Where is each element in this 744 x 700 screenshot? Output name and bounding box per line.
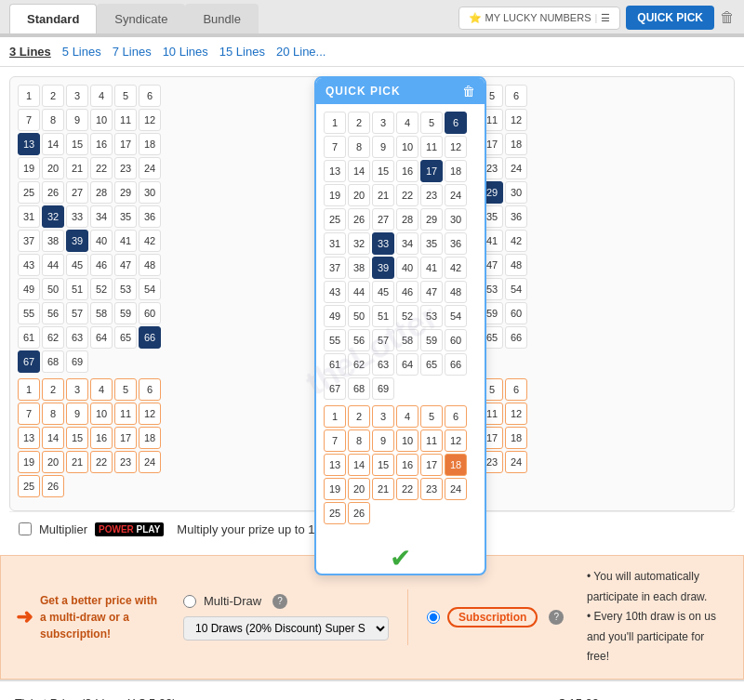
qp-num-cell[interactable]: 28 (396, 208, 418, 231)
bonus-cell[interactable]: 18 (505, 427, 527, 449)
qp-bonus-cell[interactable]: 16 (396, 454, 418, 476)
qp-bonus-cell[interactable]: 17 (420, 454, 443, 476)
qp-bonus-cell[interactable]: 7 (324, 429, 346, 452)
qp-bonus-cell[interactable]: 8 (348, 429, 370, 452)
qp-num-cell[interactable]: 27 (372, 208, 394, 231)
num-cell[interactable]: 66 (505, 326, 527, 349)
num-cell[interactable]: 16 (90, 133, 113, 155)
tab-syndicate[interactable]: Syndicate (97, 4, 185, 33)
multi-draw-help-icon[interactable]: ? (272, 594, 287, 609)
num-cell[interactable]: 2 (42, 85, 64, 107)
num-cell[interactable]: 57 (66, 302, 88, 324)
num-cell[interactable]: 45 (66, 254, 88, 276)
qp-num-cell[interactable]: 41 (420, 257, 443, 279)
bonus-cell[interactable]: 4 (90, 378, 113, 401)
num-cell[interactable]: 5 (114, 85, 137, 107)
num-cell[interactable]: 8 (42, 109, 64, 131)
bonus-cell[interactable]: 2 (42, 378, 64, 401)
bonus-cell[interactable]: 24 (139, 451, 161, 473)
qp-bonus-cell[interactable]: 11 (420, 429, 443, 452)
num-cell[interactable]: 52 (90, 278, 113, 300)
num-cell[interactable]: 68 (42, 350, 64, 373)
qp-num-cell[interactable]: 62 (348, 353, 370, 376)
tab-standard[interactable]: Standard (9, 4, 97, 33)
qp-num-cell[interactable]: 37 (324, 257, 346, 279)
num-cell[interactable]: 31 (18, 205, 40, 228)
num-cell[interactable]: 49 (18, 278, 40, 300)
bonus-cell[interactable]: 19 (18, 451, 40, 473)
qp-bonus-cell[interactable]: 23 (420, 478, 443, 500)
num-cell[interactable]: 53 (114, 278, 137, 300)
line-7[interactable]: 7 Lines (113, 45, 152, 59)
multi-draw-radio[interactable] (183, 595, 196, 608)
num-cell[interactable]: 30 (139, 181, 161, 204)
qp-bonus-cell[interactable]: 6 (445, 405, 467, 428)
num-cell[interactable]: 51 (66, 278, 88, 300)
qp-num-cell[interactable]: 53 (420, 305, 443, 327)
num-cell[interactable]: 67 (18, 350, 40, 373)
num-cell[interactable]: 65 (114, 326, 137, 349)
qp-num-cell[interactable]: 19 (324, 184, 346, 206)
qp-num-cell[interactable]: 67 (324, 377, 346, 400)
num-cell[interactable]: 23 (114, 157, 137, 179)
qp-num-cell[interactable]: 2 (348, 112, 370, 134)
qp-num-cell[interactable]: 11 (420, 136, 443, 158)
num-cell[interactable]: 36 (139, 205, 161, 228)
bonus-cell[interactable]: 5 (114, 378, 137, 401)
subscription-help-icon[interactable]: ? (549, 610, 564, 625)
qp-num-cell[interactable]: 54 (445, 305, 467, 327)
qp-num-cell[interactable]: 68 (348, 377, 370, 400)
num-cell[interactable]: 1 (18, 85, 40, 107)
qp-bonus-cell[interactable]: 26 (348, 502, 370, 524)
num-cell[interactable]: 30 (505, 181, 527, 204)
qp-num-cell[interactable]: 50 (348, 305, 370, 327)
bonus-cell[interactable]: 8 (42, 403, 64, 425)
bonus-cell[interactable]: 12 (505, 403, 527, 425)
tab-bundle[interactable]: Bundle (185, 4, 258, 33)
qp-num-cell[interactable]: 63 (372, 353, 394, 376)
num-cell[interactable]: 24 (139, 157, 161, 179)
bonus-cell[interactable]: 12 (139, 403, 161, 425)
bonus-cell[interactable]: 24 (505, 451, 527, 473)
qp-num-cell[interactable]: 5 (420, 112, 443, 134)
num-cell[interactable]: 60 (139, 302, 161, 324)
bonus-cell[interactable]: 26 (42, 475, 64, 497)
num-cell[interactable]: 54 (139, 278, 161, 300)
qp-trash-button[interactable]: 🗑 (462, 84, 475, 99)
qp-num-cell[interactable]: 44 (348, 281, 370, 303)
num-cell[interactable]: 18 (139, 133, 161, 155)
num-cell[interactable]: 14 (42, 133, 64, 155)
qp-num-cell[interactable]: 32 (348, 232, 370, 255)
qp-num-cell[interactable]: 56 (348, 329, 370, 351)
bonus-cell[interactable]: 20 (42, 451, 64, 473)
qp-num-cell[interactable]: 55 (324, 329, 346, 351)
line-15[interactable]: 15 Lines (219, 45, 265, 59)
qp-num-cell[interactable]: 66 (445, 353, 467, 376)
num-cell[interactable]: 10 (90, 109, 113, 131)
num-cell[interactable]: 29 (114, 181, 137, 204)
num-cell[interactable]: 6 (505, 85, 527, 107)
num-cell[interactable]: 61 (18, 326, 40, 349)
qp-num-cell[interactable]: 9 (372, 136, 394, 158)
qp-num-cell[interactable]: 29 (420, 208, 443, 231)
qp-num-cell[interactable]: 48 (445, 281, 467, 303)
num-cell[interactable]: 38 (42, 230, 64, 252)
num-cell[interactable]: 59 (114, 302, 137, 324)
qp-num-cell[interactable]: 21 (372, 184, 394, 206)
bonus-cell[interactable]: 9 (66, 403, 88, 425)
qp-bonus-cell[interactable]: 13 (324, 454, 346, 476)
bonus-cell[interactable]: 1 (18, 378, 40, 401)
qp-num-cell[interactable]: 40 (396, 257, 418, 279)
num-cell[interactable]: 60 (505, 302, 527, 324)
num-cell[interactable]: 18 (505, 133, 527, 155)
qp-num-cell[interactable]: 23 (420, 184, 443, 206)
qp-bonus-cell[interactable]: 1 (324, 405, 346, 428)
my-lucky-numbers-button[interactable]: ⭐ MY LUCKY NUMBERS | ☰ (458, 7, 621, 30)
num-cell[interactable]: 69 (66, 350, 88, 373)
bonus-cell[interactable]: 17 (114, 427, 137, 449)
bonus-cell[interactable]: 22 (90, 451, 113, 473)
qp-num-cell[interactable]: 58 (396, 329, 418, 351)
num-cell[interactable]: 25 (18, 181, 40, 204)
qp-bonus-cell[interactable]: 5 (420, 405, 443, 428)
bonus-cell[interactable]: 14 (42, 427, 64, 449)
